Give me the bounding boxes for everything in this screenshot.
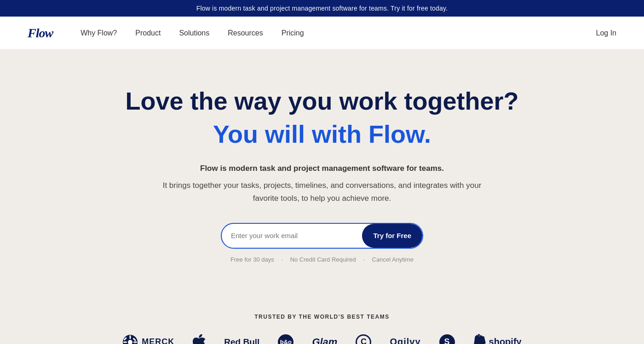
nav-pricing[interactable]: Pricing: [282, 29, 304, 37]
nav-solutions[interactable]: Solutions: [179, 29, 209, 37]
dot-2: ·: [363, 256, 365, 263]
form-notes: Free for 30 days · No Credit Card Requir…: [18, 256, 626, 263]
navbar: Flow Why Flow? Product Solutions Resourc…: [0, 17, 644, 50]
brand-apple: [193, 334, 206, 344]
hero-headline-2: You will with Flow.: [18, 120, 626, 148]
nav-login[interactable]: Log In: [596, 29, 616, 37]
brand-logo-row: MERCK Red Bull b&o Glam C Ogilvy: [18, 334, 626, 344]
svg-rect-5: [133, 341, 137, 343]
email-form-wrapper: Try for Free: [18, 223, 626, 249]
form-note-1: Free for 30 days: [230, 256, 274, 263]
brand-merck: MERCK: [122, 334, 174, 344]
brand-ogilvy: Ogilvy: [390, 337, 420, 344]
redbull-text: Red Bull: [224, 337, 259, 344]
nav-links: Why Flow? Product Solutions Resources Pr…: [80, 29, 596, 37]
trusted-section: TRUSTED BY THE WORLD'S BEST TEAMS MERCK: [0, 314, 644, 344]
brand-bo: b&o: [278, 334, 293, 344]
scribd-icon: S: [439, 334, 455, 344]
brand-scribd: S: [439, 334, 455, 344]
form-note-2: No Credit Card Required: [290, 256, 356, 263]
nav-why-flow[interactable]: Why Flow?: [80, 29, 117, 37]
ogilvy-text: Ogilvy: [390, 337, 420, 344]
glam-text: Glam: [312, 336, 337, 344]
form-note-3: Cancel Anytime: [372, 256, 414, 263]
merck-text: MERCK: [142, 337, 174, 344]
banner-text: Flow is modern task and project manageme…: [196, 5, 448, 12]
nav-product[interactable]: Product: [135, 29, 161, 37]
apple-icon: [193, 334, 206, 344]
brand-carhartt: C: [356, 334, 371, 344]
try-for-free-button[interactable]: Try for Free: [362, 224, 422, 248]
shopify-text: shopify: [489, 337, 522, 344]
shopify-icon: [473, 334, 486, 344]
trusted-label: TRUSTED BY THE WORLD'S BEST TEAMS: [18, 314, 626, 320]
hero-description-normal: It brings together your tasks, projects,…: [161, 179, 483, 204]
svg-rect-2: [130, 335, 131, 339]
carhartt-icon: C: [356, 334, 371, 344]
bo-icon: b&o: [278, 334, 293, 344]
hero-section: Love the way you work together? You will…: [0, 50, 644, 314]
svg-rect-4: [123, 341, 127, 343]
nav-logo[interactable]: Flow: [28, 26, 53, 41]
email-input[interactable]: [231, 232, 362, 239]
brand-redbull: Red Bull: [224, 337, 259, 344]
dot-1: ·: [281, 256, 283, 263]
shopify-bag-icon: [473, 334, 486, 344]
top-banner: Flow is modern task and project manageme…: [0, 0, 644, 17]
email-form: Try for Free: [221, 223, 423, 249]
hero-description-bold: Flow is modern task and project manageme…: [161, 162, 483, 175]
hero-headline-1: Love the way you work together?: [18, 87, 626, 115]
brand-glam: Glam: [312, 336, 337, 344]
brand-shopify: shopify: [473, 334, 522, 344]
merck-icon: [122, 334, 138, 344]
nav-resources[interactable]: Resources: [228, 29, 263, 37]
